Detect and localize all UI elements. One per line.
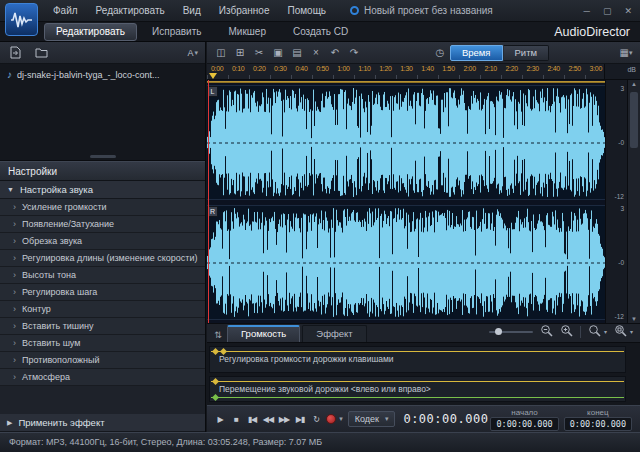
ruler-label: 1:40 (421, 65, 433, 72)
pan-automation-line[interactable] (211, 381, 624, 382)
ruler-label: 2:10 (484, 65, 496, 72)
settings-item[interactable]: › Вставить шум (0, 335, 205, 352)
tab-create-cd[interactable]: Создать CD (281, 23, 360, 41)
clock-icon[interactable]: ◷ (431, 44, 449, 61)
brand-logo-text: AudioDirector (554, 25, 630, 39)
minimize-button[interactable]: ─ (584, 6, 590, 16)
menu-item[interactable]: Редактировать (87, 0, 174, 22)
left-panel: A▾ ♪ dj-snake-j-balvin-tyga_-_loco-cont.… (0, 42, 206, 432)
zoom-fit-icon[interactable] (614, 324, 627, 339)
import-media-icon[interactable] (7, 45, 23, 61)
settings-item[interactable]: › Усиление громкости (0, 199, 205, 216)
ruler-label: 1:00 (337, 65, 349, 72)
beat-mode-button[interactable]: Ритм (504, 45, 550, 61)
zoom-out-icon[interactable] (540, 324, 553, 339)
close-button[interactable]: ✕ (624, 6, 632, 16)
settings-item[interactable]: › Регулировка шага (0, 284, 205, 301)
title-bar: ФайлРедактироватьВидИзбранноеПомощь Новы… (0, 0, 640, 22)
rewind-button[interactable]: ◀◀ (261, 411, 275, 427)
fast-forward-button[interactable]: ▶▶ (277, 411, 291, 427)
end-time-field[interactable]: 0:00:00.000 (564, 417, 632, 431)
scroll-down-icon[interactable]: ▼ (631, 316, 637, 322)
menu-item[interactable]: Вид (174, 0, 210, 22)
cut-icon[interactable]: ✂ (250, 44, 268, 61)
music-note-icon: ♪ (7, 69, 12, 80)
import-folder-icon[interactable] (33, 45, 49, 61)
pan-center-line[interactable] (211, 397, 624, 398)
step-forward-button[interactable]: ▶▮ (293, 411, 307, 427)
keyframe-handle[interactable] (212, 394, 219, 401)
keyframe-handle[interactable] (212, 377, 219, 384)
paste-icon[interactable]: ▤ (288, 44, 306, 61)
volume-automation-lane[interactable]: Регулировка громкости дорожки клавишами (209, 346, 626, 373)
redo-icon[interactable]: ↷ (345, 44, 363, 61)
range-select-icon[interactable]: ◫ (212, 44, 230, 61)
scrollbar-thumb[interactable] (630, 92, 638, 148)
pan-automation-lane[interactable]: Перемещение звуковой дорожки <влево или … (209, 376, 626, 403)
tab-edit[interactable]: Редактировать (44, 23, 137, 41)
waveform-left-canvas[interactable] (207, 86, 605, 199)
sort-icon[interactable]: A▾ (187, 48, 198, 58)
channel-right[interactable]: R (207, 205, 605, 320)
settings-item[interactable]: › Обрезка звука (0, 233, 205, 250)
keyframe-handle[interactable] (212, 348, 219, 355)
tab-effect[interactable]: Эффект (302, 325, 366, 342)
selection-range-bar[interactable] (207, 81, 605, 83)
scroll-up-icon[interactable]: ▲ (631, 81, 637, 87)
settings-item[interactable]: › Появление/Затухание (0, 216, 205, 233)
record-button[interactable] (325, 411, 337, 427)
playhead-marker[interactable] (209, 73, 217, 79)
settings-item[interactable]: › Высоты тона (0, 267, 205, 284)
playhead-line[interactable] (208, 80, 209, 323)
timeline-ruler[interactable]: 0:000:100:200:300:400:501:001:101:201:30… (207, 64, 604, 79)
chevron-right-icon: › (13, 304, 16, 314)
time-mode-button[interactable]: Время (450, 45, 503, 61)
menu-item[interactable]: Помощь (278, 0, 335, 22)
db-label: -12 (615, 313, 624, 320)
ruler-label: 2:50 (569, 65, 581, 72)
codec-button[interactable]: Кодек ▾ (348, 411, 396, 427)
zoom-slider[interactable] (489, 331, 533, 333)
timeline-ruler-row: 0:000:100:200:300:400:501:001:101:201:30… (207, 64, 640, 80)
settings-item[interactable]: › Атмосфера (0, 369, 205, 386)
channel-left[interactable]: L (207, 85, 605, 200)
view-options-icon[interactable]: ▦▾ (617, 44, 635, 61)
tab-restore[interactable]: Исправить (140, 23, 213, 41)
tab-mixer[interactable]: Микшер (217, 23, 278, 41)
record-options-icon[interactable]: ▾ (339, 415, 343, 423)
settings-item[interactable]: › Противоположный (0, 352, 205, 369)
settings-header: Настройки (0, 161, 205, 181)
ruler-label: 1:50 (442, 65, 454, 72)
volume-automation-line[interactable] (211, 351, 624, 352)
file-format-info: Формат: MP3, 44100Гц, 16-бит, Стерео, Дл… (9, 437, 322, 447)
zoom-slider-knob[interactable] (495, 328, 502, 335)
settings-item[interactable]: › Контур (0, 301, 205, 318)
start-time-field[interactable]: 0:00:00.000 (490, 417, 558, 431)
copy-icon[interactable]: ▣ (269, 44, 287, 61)
step-back-button[interactable]: ▮◀ (245, 411, 259, 427)
delete-icon[interactable]: × (307, 44, 325, 61)
collapse-lanes-icon[interactable]: ⇅ (211, 330, 225, 340)
waveform-column: L R (207, 80, 605, 323)
undo-icon[interactable]: ↶ (326, 44, 344, 61)
time-select-icon[interactable]: ⊞ (231, 44, 249, 61)
settings-item[interactable]: › Регулировка длины (изменение скорости) (0, 250, 205, 267)
media-list-item[interactable]: ♪ dj-snake-j-balvin-tyga_-_loco-cont... (0, 67, 205, 82)
play-button[interactable]: ▶ (213, 411, 227, 427)
group-apply-effect[interactable]: ▶ Применить эффект (0, 414, 205, 432)
settings-item[interactable]: › Вставить тишину (0, 318, 205, 335)
tab-volume[interactable]: Громкость (227, 325, 300, 342)
stop-button[interactable]: ■ (229, 411, 243, 427)
menu-item[interactable]: Файл (44, 0, 87, 22)
menu-item[interactable]: Избранное (210, 0, 279, 22)
ruler-label: 2:30 (526, 65, 538, 72)
playlist-scrollbar[interactable] (90, 155, 116, 158)
zoom-selection-icon[interactable] (588, 324, 601, 339)
loop-button[interactable]: ↻ (309, 411, 323, 427)
maximize-button[interactable]: ▢ (603, 6, 612, 16)
vertical-scrollbar[interactable]: ▲ ▼ (627, 80, 640, 323)
waveform-right-canvas[interactable] (207, 206, 605, 319)
mode-tabs: Редактировать Исправить Микшер Создать C… (44, 23, 360, 41)
zoom-in-icon[interactable] (560, 324, 573, 339)
group-audio-adjustment[interactable]: ▼ Настройка звука (0, 181, 205, 199)
